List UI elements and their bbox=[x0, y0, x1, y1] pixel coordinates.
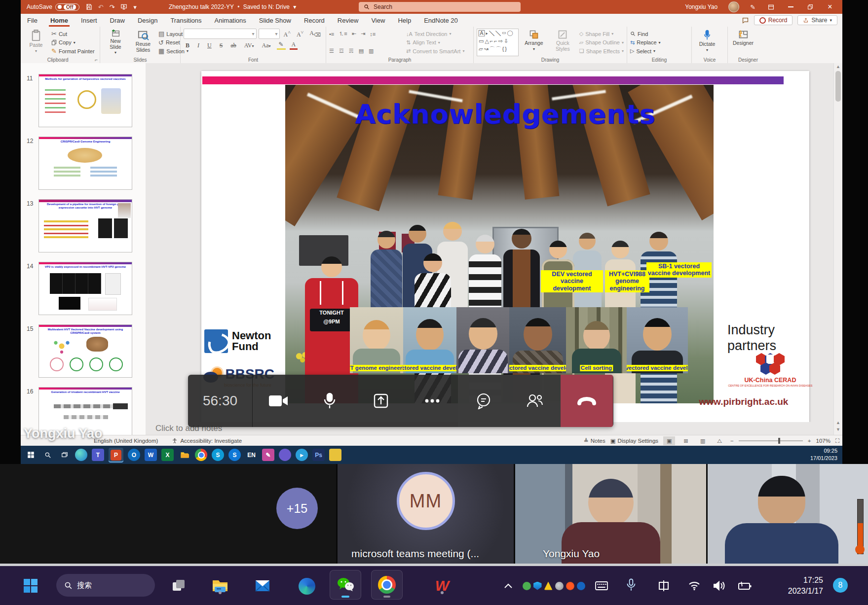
user-avatar[interactable] bbox=[728, 1, 739, 12]
numbering-icon[interactable]: ⒈≡ bbox=[339, 30, 347, 37]
ribbon-display-options-icon[interactable] bbox=[766, 2, 775, 11]
close-button[interactable]: × bbox=[826, 2, 834, 11]
previous-slide-button[interactable]: ▲ bbox=[834, 420, 842, 427]
microphone-button[interactable] bbox=[304, 375, 355, 427]
user-name[interactable]: Yongxiu Yao bbox=[685, 3, 717, 10]
shape-fill-button[interactable]: ◇Shape Fill ▾ bbox=[579, 30, 624, 38]
website-link[interactable]: www.pirbright.ac.uk bbox=[679, 396, 808, 407]
replace-button[interactable]: ⇆Replace ▾ bbox=[630, 38, 661, 47]
scroll-up-icon[interactable]: ▲ bbox=[834, 63, 842, 69]
zoom-out-button[interactable]: − bbox=[730, 438, 734, 444]
quick-access-chevron-icon[interactable]: ▾ bbox=[133, 4, 137, 10]
video-tile-participant[interactable]: Yongxiu Yao bbox=[515, 464, 706, 564]
inner-notes-app-icon[interactable] bbox=[329, 449, 341, 461]
vertical-scrollbar[interactable]: ▲ ▲ ▼ bbox=[833, 63, 842, 435]
underline-button[interactable]: U bbox=[205, 42, 214, 49]
notes-toggle[interactable]: ≜Notes bbox=[584, 437, 605, 444]
font-size-combo[interactable]: ▾ bbox=[259, 29, 280, 39]
align-right-icon[interactable]: ☴ bbox=[349, 48, 354, 54]
inner-language-indicator[interactable]: EN bbox=[245, 449, 258, 461]
tab-file[interactable]: File bbox=[21, 14, 44, 27]
smartart-button[interactable]: ⇄Convert to SmartArt ▾ bbox=[406, 47, 464, 55]
edge-button[interactable] bbox=[297, 577, 317, 596]
dictate-button[interactable]: Dictate▾ bbox=[695, 29, 719, 56]
zoom-in-button[interactable]: + bbox=[808, 438, 811, 444]
present-icon[interactable] bbox=[120, 3, 127, 10]
normal-view-button[interactable]: ▣ bbox=[663, 436, 675, 445]
autosave-toggle[interactable]: AutoSave Off bbox=[27, 3, 79, 11]
language-status[interactable]: English (United Kingdom) bbox=[94, 438, 158, 444]
designer-button[interactable]: Designer bbox=[731, 29, 755, 56]
tray-warning-icon[interactable] bbox=[544, 582, 553, 590]
inner-search-icon[interactable] bbox=[41, 449, 54, 461]
tab-home[interactable]: Home bbox=[44, 14, 75, 27]
inner-skype-icon[interactable]: S bbox=[212, 449, 224, 461]
chrome-button[interactable] bbox=[371, 570, 403, 600]
tray-antivirus-icon[interactable] bbox=[523, 582, 531, 590]
start-button[interactable] bbox=[22, 577, 39, 595]
line-spacing-icon[interactable]: ↕≡ bbox=[370, 31, 376, 37]
clear-formatting-button[interactable]: A⌫ bbox=[307, 30, 323, 37]
more-actions-button[interactable] bbox=[407, 375, 458, 427]
strikethrough-button[interactable]: S bbox=[218, 42, 225, 49]
tray-microphone-icon[interactable] bbox=[625, 577, 638, 594]
thumbnail-slide-12[interactable]: 12 CRISPR/Cas9 Genome Engineering bbox=[21, 137, 146, 196]
wps-button[interactable]: W bbox=[432, 576, 452, 596]
inner-start-button[interactable] bbox=[25, 449, 37, 461]
tab-view[interactable]: View bbox=[365, 14, 391, 27]
bold-button[interactable]: B bbox=[184, 42, 191, 49]
comments-icon[interactable] bbox=[742, 17, 749, 24]
shrink-font-button[interactable]: A˅ bbox=[295, 30, 305, 38]
inner-edge-icon[interactable] bbox=[75, 449, 87, 461]
display-settings-button[interactable]: ▣Display Settings bbox=[610, 437, 658, 444]
font-color-button[interactable]: A bbox=[290, 41, 298, 50]
share-button[interactable]: Share ▾ bbox=[797, 15, 837, 25]
tray-shield-icon[interactable] bbox=[533, 582, 542, 590]
thumbnail-slide-11[interactable]: 11 Methods for generation of herpesvirus… bbox=[21, 74, 146, 133]
file-explorer-button[interactable] bbox=[210, 576, 230, 596]
inner-file-explorer-icon[interactable] bbox=[178, 449, 190, 461]
align-text-button[interactable]: ⇅Align Text ▾ bbox=[406, 38, 464, 47]
slide-sorter-view-button[interactable]: ⊞ bbox=[680, 436, 692, 445]
slide-title[interactable]: Acknowledgements bbox=[201, 99, 809, 130]
font-name-combo[interactable]: ▾ bbox=[184, 29, 257, 39]
bullets-icon[interactable]: •≡ bbox=[329, 31, 334, 37]
inner-telegram-icon[interactable]: ▸ bbox=[296, 449, 308, 461]
tray-chevron-icon[interactable] bbox=[502, 580, 514, 592]
increase-indent-icon[interactable]: ⇥ bbox=[361, 31, 365, 37]
chat-button[interactable] bbox=[458, 375, 509, 427]
wifi-icon[interactable] bbox=[687, 579, 702, 593]
minimize-button[interactable] bbox=[786, 2, 795, 11]
hang-up-button[interactable] bbox=[561, 375, 613, 427]
thumbnail-slide-15[interactable]: 15 Multivalent HVT Vectored Vaccine deve… bbox=[21, 324, 146, 384]
quick-styles-button[interactable]: Quick Styles bbox=[549, 29, 576, 56]
restore-button[interactable] bbox=[806, 2, 815, 11]
paste-button[interactable]: Paste▾ bbox=[24, 29, 48, 56]
pen-icon[interactable]: ✎ bbox=[750, 4, 755, 10]
inner-clock[interactable]: 09:25 17/01/2023 bbox=[810, 447, 837, 462]
tab-endnote[interactable]: EndNote 20 bbox=[417, 14, 464, 27]
slide-canvas[interactable]: TONIGHT @9PM Acknowledgements bbox=[201, 71, 809, 422]
dialog-launcher-icon[interactable]: ⌐ bbox=[95, 57, 98, 63]
highlight-color-button[interactable]: ✎ bbox=[277, 41, 286, 50]
thumbnail-slide-13[interactable]: 13 Development of a pipeline for inserti… bbox=[21, 199, 146, 258]
fit-slide-icon[interactable]: ⛶ bbox=[835, 438, 839, 444]
video-tile-participant-2[interactable] bbox=[708, 464, 868, 564]
copy-button[interactable]: Copy ▾ bbox=[51, 38, 95, 47]
volume-icon[interactable] bbox=[712, 579, 727, 593]
text-direction-button[interactable]: ↓AText Direction ▾ bbox=[406, 30, 464, 38]
inner-excel-icon[interactable]: X bbox=[161, 449, 174, 461]
inner-outlook-icon[interactable]: O bbox=[128, 449, 140, 461]
tab-transitions[interactable]: Transitions bbox=[164, 14, 208, 27]
taskbar-clock[interactable]: 17:25 2023/1/17 bbox=[768, 575, 823, 596]
participants-button[interactable] bbox=[509, 375, 561, 427]
change-case-button[interactable]: Aa▾ bbox=[260, 42, 273, 49]
record-button[interactable]: Record bbox=[754, 15, 793, 25]
inner-skype-business-icon[interactable]: S bbox=[228, 449, 241, 461]
shapes-gallery[interactable]: 🄰▸╲╲▭◯ ▭△⌐⌐⇨⇩ ▱↝⌒⌒{} bbox=[477, 29, 519, 56]
video-tile-meeting[interactable]: MM microsoft teams meeting (... bbox=[338, 464, 514, 564]
tray-app-icon[interactable] bbox=[566, 582, 574, 590]
save-icon[interactable] bbox=[85, 3, 92, 10]
arrange-button[interactable]: Arrange▾ bbox=[522, 29, 546, 56]
zoom-level[interactable]: 107% bbox=[816, 438, 830, 444]
